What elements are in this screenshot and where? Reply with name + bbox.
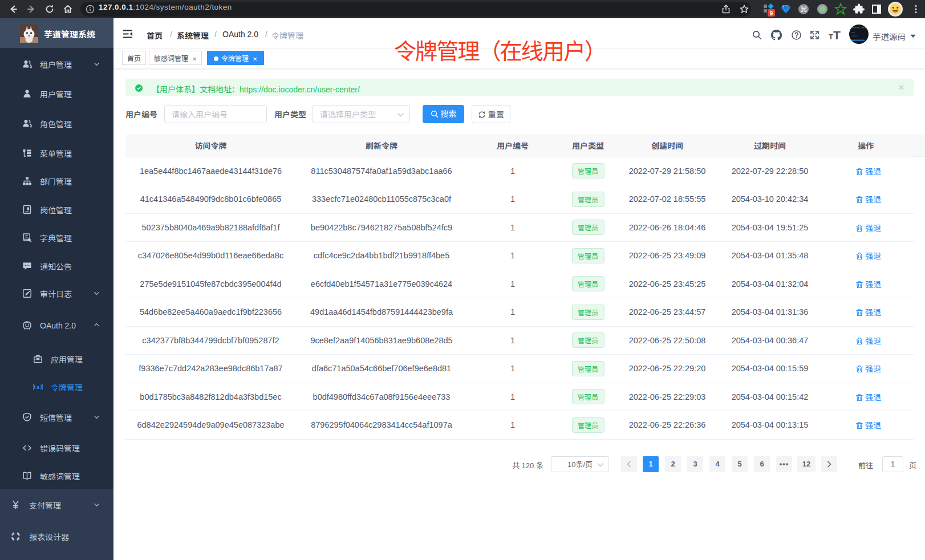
svg-text:⌘: ⌘: [800, 5, 808, 14]
svg-text:9: 9: [770, 10, 773, 17]
svg-text:a: a: [36, 384, 39, 390]
